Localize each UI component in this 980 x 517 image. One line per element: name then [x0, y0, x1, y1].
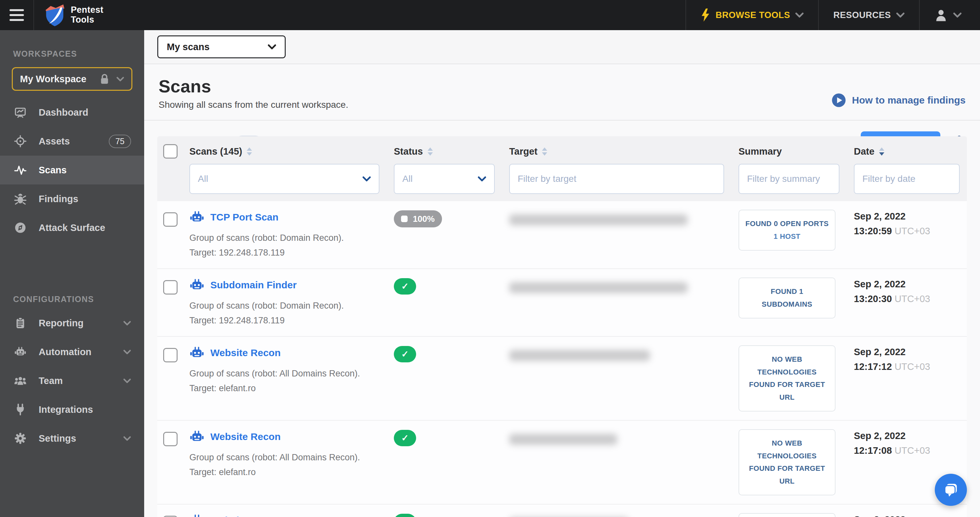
status-success-badge: ✓ — [394, 514, 416, 517]
sort-status-button[interactable] — [428, 148, 433, 156]
chevron-down-icon — [116, 77, 124, 81]
sidebar-item-team[interactable]: Team — [0, 366, 144, 395]
logo-text: Pentest Tools — [71, 5, 103, 25]
scan-name-link[interactable]: Website Recon — [210, 431, 281, 442]
sidebar-item-findings[interactable]: Findings — [0, 185, 144, 213]
scan-name-link[interactable]: Subdomain Finder — [210, 280, 296, 291]
chat-icon — [942, 481, 959, 498]
target-icon — [13, 135, 27, 148]
scope-bar: My scans — [144, 30, 980, 64]
dashboard-icon — [13, 106, 27, 119]
scan-description: Group of scans (robot: All Domains Recon… — [189, 366, 387, 395]
summary-box[interactable]: NO WEB TECHNOLOGIES FOUND FOR TARGET URL — [738, 345, 835, 412]
summary-box[interactable]: NO WEB TECHNOLOGIES FOUND FOR TARGET URL — [738, 429, 835, 495]
row-checkbox[interactable] — [163, 348, 178, 363]
sidebar-nav: Dashboard Assets 75 Scans Findings Att — [0, 98, 144, 242]
scan-row: TCP Port Scan Group of scans (robot: Dom… — [157, 201, 967, 268]
date-filter-input[interactable] — [854, 164, 960, 194]
gear-icon — [13, 432, 27, 445]
redacted-target — [509, 350, 650, 361]
robot-icon — [13, 346, 27, 358]
scans-scope-select[interactable]: My scans — [157, 35, 286, 58]
redacted-target — [509, 214, 688, 226]
target-filter-input[interactable] — [509, 164, 724, 194]
status-filter-select[interactable]: All — [394, 164, 495, 194]
sidebar-config-nav: Reporting Automation Team Integrations — [0, 309, 144, 453]
sidebar-item-reporting[interactable]: Reporting — [0, 309, 144, 337]
sort-target-button[interactable] — [542, 148, 547, 156]
page-header: Scans Showing all scans from the current… — [144, 64, 980, 121]
chevron-down-icon — [268, 44, 276, 49]
page-subtitle: Showing all scans from the current works… — [159, 100, 832, 110]
topbar-left: Pentest Tools — [0, 0, 144, 30]
sidebar-item-automation[interactable]: Automation — [0, 337, 144, 366]
lightning-icon — [700, 8, 710, 22]
configurations-section-label: CONFIGURATIONS — [0, 294, 144, 304]
summary-box[interactable]: NO WEB TECHNOLOGIES FOUND FOR TARGET URL — [738, 513, 835, 517]
row-checkbox[interactable] — [163, 516, 178, 517]
sort-date-button[interactable] — [879, 148, 885, 156]
stop-icon[interactable] — [401, 216, 407, 222]
summary-box[interactable]: FOUND 1 SUBDOMAINS — [738, 277, 835, 318]
scans-table: Scans (145) Status Target Summary Date — [157, 136, 967, 517]
chevron-down-icon — [795, 13, 804, 18]
chat-widget-button[interactable] — [935, 474, 967, 506]
scans-filter-select[interactable]: All — [189, 164, 379, 194]
browse-tools-menu[interactable]: BROWSE TOOLS — [686, 0, 818, 30]
compass-icon — [13, 221, 27, 234]
scan-date: Sep 2, 2022 13:20:30 UTC+03 — [846, 277, 967, 328]
team-icon — [13, 374, 27, 387]
how-to-manage-findings-link[interactable]: How to manage findings — [832, 93, 966, 107]
status-success-badge: ✓ — [394, 278, 416, 294]
chevron-down-icon — [123, 379, 131, 383]
robot-icon — [189, 277, 204, 293]
scan-description: Group of scans (robot: Domain Recon). Ta… — [189, 231, 387, 260]
chevron-down-icon — [478, 176, 486, 181]
sidebar-item-scans[interactable]: Scans — [0, 156, 144, 185]
scan-name-link[interactable]: TCP Port Scan — [210, 212, 278, 223]
chevron-down-icon — [123, 321, 131, 326]
row-checkbox[interactable] — [163, 280, 178, 294]
lock-icon — [99, 73, 110, 85]
sort-scans-button[interactable] — [247, 148, 252, 156]
scan-date: Sep 2, 2022 12:17:12 UTC+03 — [846, 345, 967, 412]
shield-logo-icon — [45, 4, 65, 26]
robot-icon — [189, 429, 204, 444]
column-summary: Summary — [738, 146, 782, 157]
scan-row: Subdomain Finder Group of scans (robot: … — [157, 268, 967, 336]
column-date: Date — [854, 146, 875, 157]
page-title: Scans — [159, 76, 832, 96]
row-checkbox[interactable] — [163, 432, 178, 446]
summary-box[interactable]: FOUND 0 OPEN PORTS 1 HOST — [738, 210, 835, 251]
account-menu[interactable] — [919, 0, 980, 30]
scan-description: Group of scans (robot: Domain Recon). Ta… — [189, 299, 387, 328]
chevron-down-icon — [123, 436, 131, 441]
row-checkbox[interactable] — [163, 212, 178, 227]
scan-row: Website Recon Group of scans (robot: All… — [157, 336, 967, 420]
app-logo[interactable]: Pentest Tools — [34, 4, 103, 26]
play-circle-icon — [832, 93, 846, 107]
robot-icon — [189, 513, 204, 517]
status-success-badge: ✓ — [394, 346, 416, 363]
summary-filter-input[interactable] — [738, 164, 840, 194]
chevron-down-icon — [123, 350, 131, 355]
status-success-badge: ✓ — [394, 430, 416, 446]
redacted-target — [509, 282, 688, 293]
scan-name-link[interactable]: Website Recon — [210, 347, 281, 358]
scan-description: Group of scans (robot: All Domains Recon… — [189, 450, 387, 479]
sidebar-item-assets[interactable]: Assets 75 — [0, 127, 144, 156]
select-all-checkbox[interactable] — [163, 144, 178, 159]
scan-name-link[interactable]: Website Recon — [210, 515, 281, 517]
hamburger-menu-icon[interactable] — [0, 0, 34, 30]
scan-date: Sep 2, 2022 13:20:59 UTC+03 — [846, 210, 967, 260]
sidebar-item-dashboard[interactable]: Dashboard — [0, 98, 144, 127]
chevron-down-icon — [896, 13, 905, 18]
sidebar-item-integrations[interactable]: Integrations — [0, 395, 144, 424]
resources-menu[interactable]: RESOURCES — [818, 0, 919, 30]
workspaces-section-label: WORKSPACES — [0, 49, 144, 59]
sidebar-item-attack-surface[interactable]: Attack Surface — [0, 213, 144, 242]
sidebar-item-settings[interactable]: Settings — [0, 424, 144, 453]
chevron-down-icon — [363, 176, 371, 181]
workspace-selector[interactable]: My Workspace — [12, 67, 132, 91]
scan-date: Sep 2, 2022 12:17:08 UTC+03 — [846, 513, 967, 517]
